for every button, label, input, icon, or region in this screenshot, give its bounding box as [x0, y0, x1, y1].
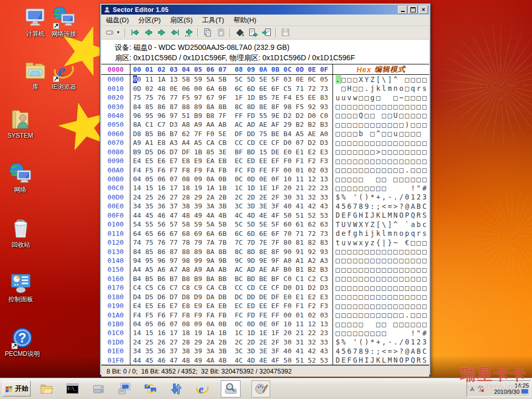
row-text[interactable]: □□□□□ □□ □□□□□□	[333, 175, 429, 183]
row-text[interactable]: □□□□□□□□□□□□□□□□	[333, 265, 429, 274]
quicklaunch-network-places[interactable]	[143, 381, 158, 396]
row-hex-bytes[interactable]: 84 85 86 87 88 89 8A 8B 8C 8D 8E 8F 98 F…	[130, 102, 333, 111]
row-hex-bytes[interactable]: D4 D5 D6 D7 D8 D9 DA DB DC DD DE DF E0 E…	[130, 292, 333, 301]
row-text[interactable]: □□□□□ □□ □□□□□□	[333, 320, 429, 328]
row-hex-bytes[interactable]: 54 55 56 57 58 59 5A 5B 5C 5D 5E 5F 60 6…	[130, 220, 333, 229]
row-hex-bytes[interactable]: B9 D5 D6 D7 DF 1B 85 3E BF BD 15 DE E0 E…	[130, 148, 333, 156]
quicklaunch-paint[interactable]	[251, 380, 270, 397]
goto-sector-button[interactable]	[182, 27, 195, 38]
desktop-icon-pecmd-help[interactable]: ?PECMD说明	[1, 326, 44, 357]
import-button[interactable]	[260, 27, 273, 38]
row-text[interactable]: □□□□□□□□□□□□□□□□	[333, 292, 429, 301]
desktop-icon-recycle-bin[interactable]: 回收站	[1, 217, 41, 248]
drive-select-button[interactable]: ▼	[103, 27, 122, 38]
maximize-button[interactable]	[408, 6, 418, 14]
row-hex-bytes[interactable]: 00 11 1A 13 58 59 5A 5B 5C 5D 5E 5F 03 0…	[130, 75, 333, 84]
row-hex-bytes[interactable]: 24 25 26 27 28 29 2A 2B 2C 2D 2E 2F 30 3…	[130, 338, 333, 347]
row-text[interactable]: 456789:;<=>?@ABC	[333, 202, 429, 210]
paste-button[interactable]	[215, 27, 227, 38]
row-text[interactable]: □□□□□□□□□□□□□□□□	[333, 283, 429, 292]
row-text[interactable]: □□□□□□□□□□□□□□□□	[333, 301, 429, 310]
quicklaunch-cmd[interactable]: C:\_	[65, 381, 80, 396]
desktop-icon-ie-browser[interactable]: eIE浏览器	[42, 59, 86, 90]
chevron-up-icon[interactable]	[469, 385, 476, 392]
row-text[interactable]: □□□□□□□>□□□□□□□□	[333, 148, 429, 156]
row-hex-bytes[interactable]: 0D 02 48 0E 06 00 6A 6B 6C 6D 6E 6F C5 7…	[130, 84, 333, 92]
row-text[interactable]: □□□□□□□□□□□□□□□□	[333, 256, 429, 265]
first-sector-button[interactable]	[128, 27, 141, 38]
row-hex-bytes[interactable]: F4 F5 F6 F7 F8 F9 FA FB FC FD FE FF 00 0…	[130, 165, 333, 174]
row-hex-bytes[interactable]: 14 15 16 17 18 19 1A 1B 1C 1D 1E 1F 20 2…	[130, 328, 333, 337]
quicklaunch-sector-editor[interactable]	[221, 380, 241, 397]
network-monitor-icon[interactable]	[521, 389, 529, 395]
desktop-icon-network-connections[interactable]: 网络连接	[42, 6, 86, 37]
row-hex-bytes[interactable]: A4 A5 A6 A7 A8 A9 AA AB AC AD AE AF B0 B…	[130, 265, 333, 274]
row-text[interactable]: □□□□b □^□□u□□□□	[333, 129, 429, 138]
row-text[interactable]: □□□□□□□□□□□□)□□□	[333, 120, 429, 129]
system-tray[interactable]: 14:25 2010/9/30	[467, 380, 531, 397]
row-hex-bytes[interactable]: E4 E5 E6 E7 E8 E9 EA EB EC ED EE EF F0 F…	[130, 301, 333, 310]
row-hex-bytes[interactable]: 24 25 26 27 28 29 2A 2B 2C 2D 2E 2F 30 3…	[130, 193, 333, 202]
save-button[interactable]	[279, 27, 291, 38]
menu-tools[interactable]: 工具(T)	[197, 15, 229, 26]
row-hex-bytes[interactable]: 84 85 86 87 88 89 8A 8B 8C 8D 8E 8F 90 9…	[130, 247, 333, 256]
row-text[interactable]: DEFGHIJKLMNOPQRS	[333, 211, 429, 220]
row-hex-bytes[interactable]: 8A C1 C7 D3 A8 A9 AA AB AC AD AE AF 29 B…	[130, 120, 333, 129]
row-text[interactable]: TUVWXYZ[\]^_`abc	[333, 220, 429, 229]
minimize-button[interactable]	[398, 6, 407, 14]
titlebar[interactable]: Sector Editor 1.05 ×	[101, 5, 429, 15]
row-text[interactable]: □□□□□□□□□□□□□□□□	[333, 274, 429, 283]
row-hex-bytes[interactable]: 34 35 36 37 38 39 3A 3B 3C 3D 3E 3F 40 4…	[130, 202, 333, 210]
row-hex-bytes[interactable]: D8 B5 B6 B7 62 7F F0 5E DF DD 75 BE B4 A…	[130, 129, 333, 138]
menu-partition[interactable]: 分区(P)	[134, 15, 165, 26]
row-text[interactable]: □□□□□□□□□□□□.□□□	[333, 165, 429, 174]
row-hex-bytes[interactable]: 75 75 76 77 F5 97 67 9F 1F 1D B5 7E F4 E…	[130, 93, 333, 102]
desktop-icon-system[interactable]: SYSTEM	[0, 108, 41, 139]
fill-button[interactable]	[233, 27, 246, 38]
row-text[interactable]: 456789:;<=>?@ABC	[333, 347, 429, 355]
row-text[interactable]: □□□□□□□□□ !"#	[333, 183, 429, 192]
row-text[interactable]: □□□□□□□□□□□□.□□□	[333, 310, 429, 319]
row-hex-bytes[interactable]: 44 45 46 47 48 49 4A 4B 4C 4D 4E 4F 50 5…	[130, 211, 333, 220]
row-hex-bytes[interactable]: C4 C5 C6 C7 C8 C9 CA CB CC CD CE CF D0 D…	[130, 283, 333, 292]
export-button[interactable]	[247, 27, 259, 38]
row-hex-bytes[interactable]: B4 B5 B6 B7 B8 B9 BA BB BC BD BE BF C0 C…	[130, 274, 333, 283]
row-hex-bytes[interactable]: A9 A1 E8 A3 A4 A5 CA CB CC CD CE CF D0 0…	[130, 138, 333, 147]
row-text[interactable]: DEFGHIJKLMNOPQRS	[333, 356, 429, 365]
row-text[interactable]: □□□□□□□□□□□□□□□□	[333, 247, 429, 256]
row-hex-bytes[interactable]: 04 05 06 07 08 09 0A 0B 0C 0D 0E 0F 10 1…	[130, 175, 333, 183]
row-hex-bytes[interactable]: 14 15 16 17 18 19 1A 1B 1C 1D 1E 1F 20 2…	[130, 183, 333, 192]
menu-sector[interactable]: 扇区(S)	[165, 15, 197, 26]
start-button[interactable]: 开始	[3, 381, 31, 396]
quicklaunch-internet-explorer[interactable]: e	[195, 381, 210, 396]
copy-button[interactable]	[201, 27, 214, 38]
row-text[interactable]: defghijklmnopqrs	[333, 229, 429, 237]
row-hex-bytes[interactable]: 34 35 36 37 38 39 3A 3B 3C 3D 3E 3F 40 4…	[130, 347, 333, 355]
quicklaunch-disk-manager[interactable]	[91, 381, 106, 396]
row-hex-bytes[interactable]: 04 05 06 07 08 09 0A 0B 0C 0D 0E 0F 10 1…	[130, 320, 333, 328]
last-sector-button[interactable]	[169, 27, 181, 38]
row-text[interactable]: .□□□XYZ[\]^_□□□□	[333, 75, 429, 84]
row-text[interactable]: tuvwxyz{|}~ €□□□	[333, 238, 429, 247]
quicklaunch-data-transfer[interactable]	[169, 381, 184, 396]
row-text[interactable]: □□□□□□□□□ !"#	[333, 328, 429, 337]
row-text[interactable]: □H□□.jklmno□qrs	[333, 84, 429, 92]
row-hex-bytes[interactable]: 96 95 96 97 51 B9 B8 7F FF FD 55 9E D2 D…	[130, 111, 333, 120]
row-text[interactable]: $% '()*+,-./0123	[333, 338, 429, 347]
row-text[interactable]: $% '()*+,-./0123	[333, 193, 429, 202]
row-text[interactable]: □□□□□□□□□□□□□□□□	[333, 156, 429, 165]
quicklaunch-explorer[interactable]	[39, 381, 54, 396]
row-text[interactable]: □□□□Q□□ □□U□□□□□	[333, 111, 429, 120]
row-hex-bytes[interactable]: 74 75 76 77 78 79 7A 7B 7C 7D 7E 7F 80 8…	[130, 238, 333, 247]
row-hex-bytes[interactable]: 44 45 46 47 48 49 4A 4B 4C 4D 4E 4F 50 5…	[130, 356, 333, 365]
desktop-icon-control-panel[interactable]: 控制面板	[0, 272, 42, 303]
menu-help[interactable]: 帮助(H)	[229, 15, 261, 26]
row-hex-bytes[interactable]: 94 95 96 97 98 99 9A 9B 9C 9D 9E 9F A0 A…	[130, 256, 333, 265]
row-hex-bytes[interactable]: F4 F5 F6 F7 F8 F9 FA FB FC FD FE FF 00 0…	[130, 310, 333, 319]
desktop-icon-network[interactable]: 网络	[0, 162, 41, 193]
menu-disk[interactable]: 磁盘(D)	[101, 15, 134, 26]
row-text[interactable]: □□□□□□□□□□□□□□□□	[333, 138, 429, 147]
row-text[interactable]: uuvw□□g□ □~□□□□	[333, 93, 429, 102]
umbrella-alert-icon[interactable]	[477, 385, 484, 392]
row-text[interactable]: □□□□□□□□□□□□□□□□	[333, 102, 429, 111]
